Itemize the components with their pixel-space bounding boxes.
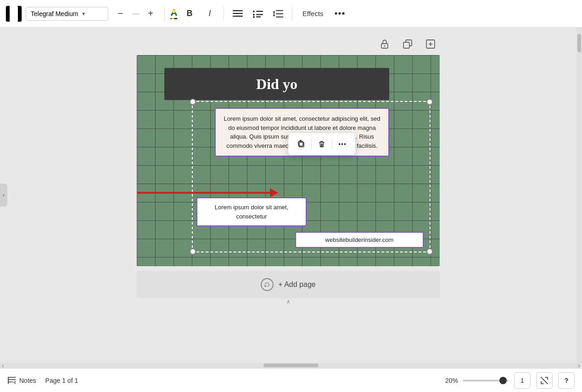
font-size-decrease-button[interactable]: −: [112, 6, 129, 22]
font-selector[interactable]: Telegraf Medium ▾: [26, 7, 108, 21]
svg-rect-6: [256, 14, 263, 15]
svg-point-3: [253, 11, 255, 12]
notes-button[interactable]: Notes: [7, 376, 36, 385]
handle-bottom-right[interactable]: [426, 248, 433, 255]
expand-button[interactable]: [536, 372, 553, 389]
line-height-button[interactable]: [270, 6, 286, 22]
zoom-control: 20%: [445, 377, 509, 384]
font-size-display: —: [132, 10, 139, 18]
add-frame-icon[interactable]: [423, 37, 438, 51]
handle-bottom-left[interactable]: [190, 248, 196, 255]
font-name: Telegraf Medium: [31, 10, 78, 17]
svg-rect-14: [403, 42, 409, 48]
handle-top-right[interactable]: [426, 99, 433, 105]
toolbar: Telegraf Medium ▾ − — + A B I: [0, 0, 582, 28]
divider-3: [292, 7, 292, 21]
title-text: Did yo: [256, 76, 297, 93]
arrow-head: [270, 188, 278, 197]
lock-icon[interactable]: [377, 37, 392, 51]
context-more-button[interactable]: •••: [334, 136, 351, 152]
svg-rect-4: [256, 11, 263, 12]
list-button[interactable]: [250, 6, 266, 22]
scrollbar-bottom[interactable]: ‹ ›: [0, 363, 582, 368]
duplicate-frame-icon[interactable]: [400, 37, 415, 51]
context-delete-button[interactable]: [313, 136, 330, 152]
text-color-bar: [170, 18, 178, 19]
svg-rect-9: [276, 10, 283, 11]
title-block[interactable]: Did yo: [164, 68, 389, 100]
help-button[interactable]: ?: [558, 372, 575, 389]
more-options-button[interactable]: •••: [332, 6, 348, 22]
page-info: Page 1 of 1: [45, 377, 78, 384]
help-icon: ?: [564, 376, 568, 384]
canvas-wrapper: Did yo: [137, 55, 440, 298]
selection-box: [192, 101, 431, 252]
svg-rect-2: [233, 16, 243, 17]
align-button[interactable]: [229, 6, 246, 22]
bold-button[interactable]: B: [181, 6, 198, 22]
context-separator-2: [332, 139, 332, 150]
svg-point-5: [253, 14, 255, 16]
scrollbar-bottom-thumb: [263, 364, 319, 367]
add-page-label: + Add page: [278, 280, 315, 289]
left-panel-toggle[interactable]: ‹: [0, 184, 7, 207]
text-color-icon: A: [171, 8, 177, 17]
color-button[interactable]: [6, 6, 22, 22]
font-chevron-icon: ▾: [82, 11, 85, 17]
add-page-area[interactable]: + Add page: [137, 271, 440, 298]
divider-1: [164, 7, 165, 21]
svg-rect-8: [256, 16, 261, 17]
red-arrow: [137, 188, 278, 197]
scrollbar-right[interactable]: [576, 28, 582, 363]
canvas-page[interactable]: Did yo: [137, 55, 440, 266]
divider-2: [224, 7, 224, 21]
canvas-area: Did yo: [0, 28, 576, 363]
handle-top-left[interactable]: [190, 99, 196, 105]
scroll-up-indicator[interactable]: ∧: [286, 298, 291, 305]
zoom-slider-thumb: [499, 377, 507, 384]
page-badge-button[interactable]: 1: [514, 372, 531, 389]
add-page-icon: [261, 278, 274, 291]
context-menu: •••: [288, 133, 355, 155]
zoom-slider[interactable]: [463, 380, 509, 381]
svg-point-13: [384, 45, 386, 47]
canvas-top-actions: [137, 37, 440, 51]
page-badge: 1: [520, 377, 524, 384]
main-area: ‹: [0, 28, 582, 363]
svg-point-7: [253, 16, 255, 18]
italic-button[interactable]: I: [201, 6, 218, 22]
bottom-bar: Notes Page 1 of 1 20% 1 ?: [0, 368, 582, 392]
effects-button[interactable]: Effects: [298, 7, 328, 20]
arrow-line: [137, 192, 270, 194]
zoom-level: 20%: [445, 377, 458, 384]
svg-rect-11: [276, 17, 283, 17]
text-color-button[interactable]: A: [170, 8, 178, 19]
font-size-increase-button[interactable]: +: [142, 6, 159, 22]
svg-rect-0: [233, 10, 243, 11]
svg-rect-10: [276, 13, 283, 14]
context-separator-1: [311, 139, 312, 150]
context-copy-button[interactable]: [293, 136, 309, 152]
scrollbar-right-thumb: [577, 34, 581, 52]
notes-label: Notes: [19, 377, 36, 384]
svg-rect-1: [233, 13, 243, 14]
